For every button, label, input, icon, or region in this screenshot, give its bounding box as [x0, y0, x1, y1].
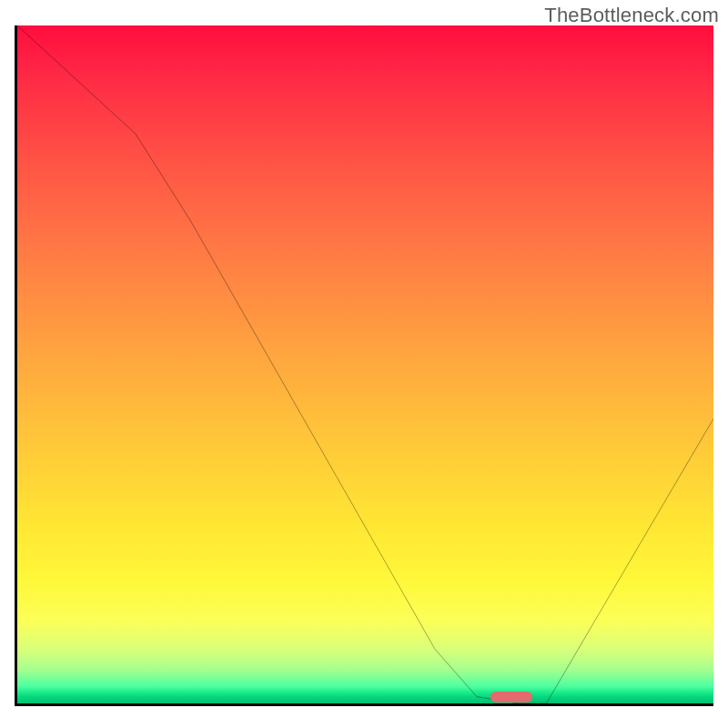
heat-gradient-background — [17, 25, 713, 703]
optimal-point-marker — [490, 692, 532, 703]
chart-container: TheBottleneck.com — [0, 0, 728, 728]
plot-area — [15, 25, 713, 706]
watermark-text: TheBottleneck.com — [544, 4, 719, 27]
